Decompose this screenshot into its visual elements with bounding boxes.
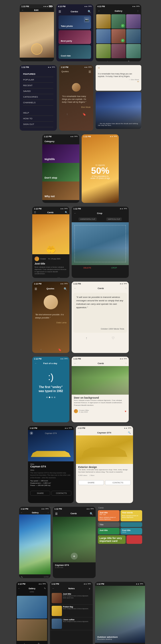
gallery2-edit-bottom-icon[interactable]: ✎ [38,642,40,644]
gallery-cell-5[interactable]: ✓ [111,29,126,43]
template-just-title[interactable]: Just title title, ups Nunc volutpat orna… [98,510,120,521]
dot-4 [54,397,55,398]
menu-item-recent[interactable]: RECENT [23,83,53,88]
cayman-close-button[interactable]: ✕ [30,431,33,435]
template-title-gray[interactable]: Title [98,522,120,527]
gallery-options-icon[interactable]: ⋮ [137,10,139,12]
tesla-back-icon[interactable]: ← [74,287,76,290]
menu-item-sign-out[interactable]: SIGN OUT [23,122,53,127]
just-title-search-icon[interactable]: 🔍 [65,211,68,214]
smiley-back-icon[interactable]: ← [35,362,37,365]
cat-item-whynot[interactable]: Why not [42,181,79,200]
grid-icon[interactable]: ⊞ [82,61,84,61]
gallery-cell-3[interactable] [126,14,141,29]
notes-add-icon[interactable]: + [89,587,90,590]
deer-background-image [72,366,129,395]
template-large-title[interactable]: Large title for very important card [98,535,126,544]
gallery-cell-4[interactable] [96,29,111,43]
like-just-title-icon[interactable]: ♡ [57,277,60,278]
palm-edit-icon[interactable]: ✎ [21,576,23,578]
notes-back-icon[interactable]: ← [52,587,55,590]
phone-cardz-deer: 1:13 PM ▲▲ 34% ← Cardz ↑ Deer on backgro… [72,357,129,422]
template-blank-red[interactable] [126,535,142,544]
quotes-large-search-icon[interactable]: 🔍 [64,287,67,290]
card-cool-ride[interactable]: Cool ride [59,45,91,59]
gallery-cell-2[interactable]: ✓ [111,14,126,29]
exterior-stats-row: 4,408 views 2 likes [78,475,131,476]
brightness-control[interactable]: Brightness [20,58,54,61]
gallery-cell-8[interactable] [111,44,126,58]
cat-item-nightlife[interactable]: Nightlife [42,144,79,163]
cat-item-dontstop[interactable]: Don't stop [42,163,79,181]
search-icon[interactable]: 🔍 [88,10,91,13]
crop-vertical-flip[interactable]: VERTICAL FLIP [106,217,122,221]
row-4: 1:12 PM ▲▲34% ☰ Cardz 🔍 🤲 Creator Fri. 2… [3,207,158,278]
cayman-contacts-button[interactable]: CONTACTS [51,491,71,496]
gallery2-edit-icon[interactable]: ✎ [44,587,46,590]
deer-back-icon[interactable]: ← [74,362,76,365]
palm-back-icon[interactable]: ← [21,512,23,514]
back-icon[interactable]: ← [21,9,24,11]
gallery-cell-6[interactable] [126,29,141,43]
quotes-large-menu-icon[interactable]: ☰ [35,287,37,290]
share-quote-icon[interactable]: ↑ [67,113,68,116]
menu-item-how-to[interactable]: HOW TO [23,116,53,122]
gallery-cell-1[interactable] [96,14,111,29]
gallery-cell-9[interactable] [126,44,141,58]
menu-item-featured[interactable]: FEATURED [23,71,53,77]
bookmark-quote-icon[interactable]: 🔖 [82,113,86,116]
exterior-back-icon[interactable]: ← [78,431,80,434]
note-item-1[interactable]: Just title Nunc volutpat ornare ut lectu… [50,592,93,605]
note-item-2[interactable]: Polish flag Nunc volutpat ornare ut lect… [50,605,93,617]
note-content-1: Just title Nunc volutpat ornare ut lectu… [63,593,91,603]
share-icon-bottom[interactable]: ↑ [65,61,67,61]
template-blank-teal[interactable] [120,522,142,527]
gallery-share-icon[interactable]: ↑ [107,60,108,61]
quotes-share-icon[interactable]: ↑ [40,348,42,351]
menu-item-channels[interactable]: CHANNELS [23,100,53,106]
crop-crop-button[interactable]: CROP [111,267,117,269]
palm-share-icon[interactable]: ↑ [48,512,49,514]
tesla-share-icon[interactable]: ↑ [125,287,126,290]
cayman-share-button[interactable]: SHARE [30,491,50,496]
deer-share-icon[interactable]: ↑ [125,362,126,365]
crop-back-icon[interactable]: ← [74,212,76,215]
quotes-menu-icon[interactable]: ☰ [88,70,91,73]
gallery2-scroll-area[interactable] [16,595,48,641]
crop-delete-button[interactable]: DELETE [83,267,91,269]
forest-search-icon[interactable]: 🔍 [90,512,93,515]
gallery-edit-icon[interactable]: ✎ [128,60,130,61]
gallery2-back-icon[interactable]: ← [18,587,20,590]
template-cool-cards[interactable]: Cool title cards [120,528,142,534]
menu-icon[interactable]: ☰ [59,10,61,13]
gallery-cell-7[interactable] [96,44,111,58]
template-just-title-2[interactable]: Just title [98,528,120,534]
exterior-search-icon[interactable]: 🔍 [128,431,131,434]
exterior-contacts-button[interactable]: CONTACTS [105,480,131,485]
deer-like-icon[interactable]: ♥ [125,410,126,413]
forest-menu-icon[interactable]: ☰ [55,512,58,515]
menu-item-help[interactable]: HELP [23,110,53,116]
row-5: 1:12 PM ▲▲34% ☰ Quotes 🔍 "Be kind whenev… [3,282,158,353]
note-item-3[interactable]: I love coffee Nunc volutpat ornare ut le… [50,617,93,630]
tesla-like-icon[interactable]: ♡ [112,336,115,340]
quotes-bookmark-icon[interactable]: 🔖 [58,348,61,351]
crop-horizontal-flip[interactable]: HORIZONTAL FLIP [79,217,97,221]
menu-item-categories[interactable]: CATEGORIES [23,94,53,100]
just-title-menu-icon[interactable]: ☰ [34,211,36,214]
gallery2-share-bottom-icon[interactable]: ↑ [24,642,25,644]
power-value: 283 kW (385 hp) [38,484,50,486]
author-avatar [35,257,39,261]
back-gallery-icon[interactable]: ← [98,10,100,12]
template-your-words[interactable]: Your words Nunc volutpat ornare ut lectu… [120,510,142,521]
exterior-share-button[interactable]: SHARE [78,480,104,485]
menu-item-popular[interactable]: POPULAR [23,77,53,83]
menu-item-saved[interactable]: SAVED [23,88,53,94]
tesla-share-bottom-icon[interactable]: ↑ [86,336,87,340]
cat-dontstop-label: Don't stop [45,176,57,179]
card-take-photo[interactable]: 📷 Take photo [59,15,91,29]
forest-add-button[interactable]: + [71,553,78,560]
template-row-4: Large title for very important card [98,535,142,544]
share-just-title-icon[interactable]: ↑ [41,277,43,278]
card-best-party[interactable]: Best party [59,30,91,44]
